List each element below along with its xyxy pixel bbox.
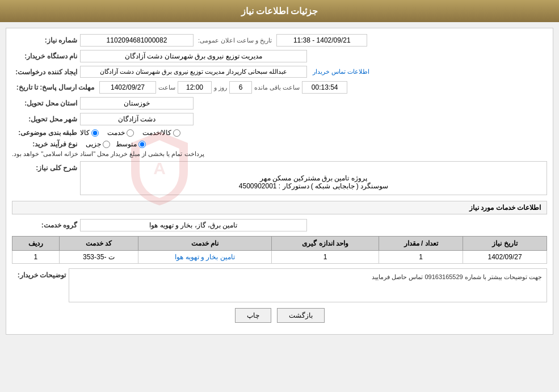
- cell-service-name: تامین بخار و تهویه هوا: [138, 251, 272, 264]
- page-header: جزئیات اطلاعات نیاز: [0, 0, 559, 22]
- remaining-days-label: روز و: [214, 84, 227, 91]
- back-button[interactable]: بازگشت: [277, 308, 325, 323]
- category-kala-khidmat[interactable]: کالا/خدمت: [142, 129, 180, 137]
- announce-date-value: 1402/09/21 - 11:38: [276, 34, 367, 47]
- need-description-value: پروژه تامین برق مشترکین مسکن مهر سوسنگرد…: [80, 161, 547, 195]
- process-medium[interactable]: متوسط: [116, 140, 146, 148]
- cell-row: 1: [12, 251, 60, 264]
- service-info-section: اطلاعات خدمات مورد نیاز تامین برق، گاز، …: [12, 201, 547, 264]
- cell-service-code: ت -35-353: [59, 251, 138, 264]
- services-table: تاریخ نیاز تعداد / مقدار واحد اندازه گیر…: [12, 236, 547, 264]
- province-row: خوزستان استان محل تحویل:: [12, 97, 547, 109]
- category-row: کالا/خدمت خدمت کالا طبقه بندی موضوعی:: [12, 129, 547, 137]
- button-row: بازگشت چاپ: [12, 308, 547, 323]
- need-number-label: شماره نیاز:: [12, 36, 80, 44]
- process-row: متوسط جزیی نوع فرآیند خرید: پرداخت تمام …: [12, 140, 547, 158]
- contact-link[interactable]: اطلاعات تماس خریدار: [313, 68, 369, 75]
- send-time-value: 12:00: [178, 81, 212, 94]
- city-row: دشت آزادگان شهر محل تحویل:: [12, 113, 547, 125]
- service-group-row: تامین برق، گاز، بخار و تهویه هوا گروه خد…: [12, 219, 547, 231]
- remaining-time-value: 00:13:54: [302, 81, 347, 94]
- col-quantity: تعداد / مقدار: [379, 237, 463, 251]
- process-small[interactable]: جزیی: [86, 140, 110, 148]
- print-button[interactable]: چاپ: [235, 308, 271, 323]
- col-unit: واحد اندازه گیری: [271, 237, 379, 251]
- city-label: شهر محل تحویل:: [12, 115, 80, 123]
- main-content: 1402/09/21 - 11:38 تاریخ و ساعت اعلان عم…: [6, 28, 553, 335]
- remaining-time-label: ساعت باقی مانده: [254, 84, 300, 91]
- service-group-value: تامین برق، گاز، بخار و تهویه هوا: [80, 219, 307, 231]
- announce-date-label: تاریخ و ساعت اعلان عمومی:: [198, 37, 272, 44]
- table-row: 1402/09/27 1 1 تامین بخار و تهویه هوا ت …: [12, 251, 547, 264]
- creator-row: اطلاعات تماس خریدار عبدالله سبحانی کارپر…: [12, 66, 547, 78]
- category-options: کالا/خدمت خدمت کالا: [80, 129, 180, 137]
- page-wrapper: جزئیات اطلاعات نیاز 1402/09/21 - 11:38 ت…: [0, 0, 559, 392]
- buyer-comment-label: توضیحات خریدار:: [12, 268, 69, 279]
- buyer-name-row: مدیریت توزیع نیروی برق شهرستان دشت آزادگ…: [12, 50, 547, 62]
- creator-label: ایجاد کننده درخواست:: [12, 68, 80, 76]
- buyer-name-label: نام دستگاه خریدار:: [12, 52, 80, 60]
- city-value: دشت آزادگان: [80, 113, 194, 125]
- buyer-name-value: مدیریت توزیع نیروی برق شهرستان دشت آزادگ…: [80, 50, 307, 62]
- remaining-days-value: 6: [229, 81, 252, 94]
- cell-quantity: 1: [379, 251, 463, 264]
- send-date-value: 1402/09/27: [99, 81, 156, 94]
- buyer-comment-value: جهت توضیحات بیشتر با شماره 09163165529 ت…: [69, 268, 547, 302]
- send-date-row: 00:13:54 ساعت باقی مانده 6 روز و 12:00 س…: [12, 81, 547, 94]
- category-label: طبقه بندی موضوعی:: [12, 129, 80, 137]
- services-table-section: تاریخ نیاز تعداد / مقدار واحد اندازه گیر…: [12, 236, 547, 264]
- need-number-row: 1402/09/21 - 11:38 تاریخ و ساعت اعلان عم…: [12, 34, 547, 47]
- service-info-title: اطلاعات خدمات مورد نیاز: [12, 201, 547, 214]
- need-number-value: 1102094681000082: [80, 34, 194, 47]
- process-label: نوع فرآیند خرید:: [12, 140, 80, 148]
- process-options: متوسط جزیی: [86, 140, 146, 148]
- process-description: پرداخت تمام یا بخشی از مبلغ خریدار محل "…: [12, 150, 207, 158]
- creator-value: عبدالله سبحانی کارپرداز مدیریت توزیع نیر…: [80, 66, 307, 78]
- send-date-label: مهلت ارسال پاسخ: تا تاریخ:: [12, 83, 97, 91]
- need-description-row: پروژه تامین برق مشترکین مسکن مهر سوسنگرد…: [12, 161, 547, 195]
- service-group-label: گروه خدمت:: [12, 221, 80, 229]
- col-service-name: نام خدمت: [138, 237, 272, 251]
- category-kala[interactable]: کالا: [80, 129, 99, 137]
- need-description-label: شرح کلی نیاز:: [12, 161, 80, 172]
- col-row: ردیف: [12, 237, 60, 251]
- col-service-code: کد خدمت: [59, 237, 138, 251]
- province-value: خوزستان: [80, 97, 194, 109]
- province-label: استان محل تحویل:: [12, 99, 80, 107]
- cell-unit: 1: [271, 251, 379, 264]
- page-title: جزئیات اطلاعات نیاز: [241, 6, 318, 16]
- category-khidmat[interactable]: خدمت: [107, 129, 134, 137]
- send-time-label: ساعت: [158, 84, 175, 91]
- cell-date: 1402/09/27: [463, 251, 547, 264]
- col-date: تاریخ نیاز: [463, 237, 547, 251]
- buyer-comment-row: جهت توضیحات بیشتر با شماره 09163165529 ت…: [12, 268, 547, 302]
